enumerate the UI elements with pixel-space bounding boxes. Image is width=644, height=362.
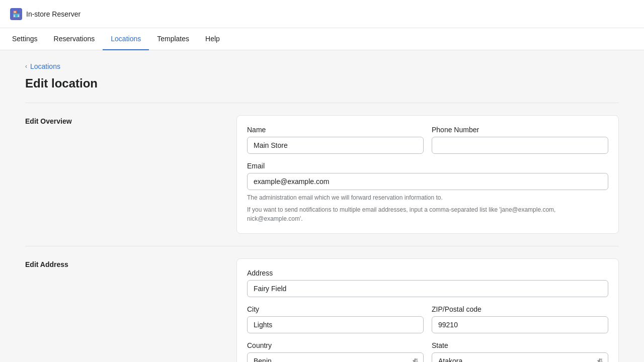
zip-input[interactable]: [432, 316, 608, 333]
address-input[interactable]: [247, 280, 608, 297]
phone-input[interactable]: [432, 137, 608, 154]
address-label: Address: [247, 269, 608, 277]
email-input[interactable]: [247, 173, 608, 190]
phone-group: Phone Number: [432, 126, 608, 154]
country-select[interactable]: Benin: [247, 352, 424, 362]
section-overview-label: Edit Overview: [25, 115, 236, 125]
zip-label: ZIP/Postal code: [432, 305, 608, 313]
state-select-wrapper: Atakora: [432, 352, 608, 362]
state-select[interactable]: Atakora: [432, 352, 608, 362]
city-input[interactable]: [247, 316, 424, 333]
state-label: State: [432, 341, 608, 349]
top-bar: 🏪 In-store Reserver: [0, 0, 644, 28]
email-help-1: The administration email which we will f…: [247, 193, 608, 202]
phone-label: Phone Number: [432, 126, 608, 134]
email-help-2: If you want to send notifications to mul…: [247, 205, 608, 223]
nav-item-help[interactable]: Help: [197, 28, 228, 50]
country-group: Country Benin: [247, 341, 424, 362]
breadcrumb-arrow: ‹: [25, 63, 27, 70]
app-title: In-store Reserver: [26, 10, 80, 18]
address-group: Address: [247, 269, 608, 297]
email-label: Email: [247, 162, 608, 170]
nav-bar: Settings Reservations Locations Template…: [0, 28, 644, 50]
state-group: State Atakora: [432, 341, 608, 362]
section-overview: Edit Overview Name Phone Number Email Th…: [25, 103, 619, 246]
zip-group: ZIP/Postal code: [432, 305, 608, 333]
name-input[interactable]: [247, 137, 424, 154]
country-label: Country: [247, 341, 424, 349]
address-card: Address City ZIP/Postal code Country: [236, 258, 619, 362]
breadcrumb[interactable]: ‹ Locations: [25, 62, 619, 70]
nav-item-templates[interactable]: Templates: [149, 28, 197, 50]
email-group: Email The administration email which we …: [247, 162, 608, 223]
nav-item-locations[interactable]: Locations: [103, 28, 149, 50]
section-address-label: Edit Address: [25, 258, 236, 268]
name-label: Name: [247, 126, 424, 134]
country-select-wrapper: Benin: [247, 352, 424, 362]
city-label: City: [247, 305, 424, 313]
name-group: Name: [247, 126, 424, 154]
city-group: City: [247, 305, 424, 333]
page-title: Edit location: [25, 76, 619, 90]
section-address: Edit Address Address City ZIP/Postal cod…: [25, 246, 619, 362]
page-content: ‹ Locations Edit location Edit Overview …: [15, 50, 629, 362]
breadcrumb-text: Locations: [30, 62, 60, 70]
nav-item-reservations[interactable]: Reservations: [46, 28, 103, 50]
nav-item-settings[interactable]: Settings: [10, 28, 46, 50]
overview-card: Name Phone Number Email The administrati…: [236, 115, 619, 234]
app-icon: 🏪: [10, 8, 22, 20]
